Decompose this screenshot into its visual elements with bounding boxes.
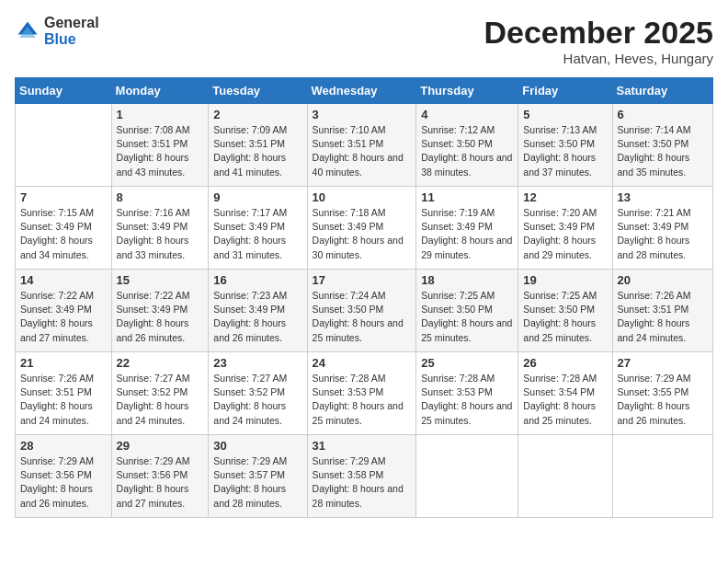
page-header: General Blue December 2025 Hatvan, Heves… [15,15,713,66]
calendar-cell: 4 Sunrise: 7:12 AMSunset: 3:50 PMDayligh… [416,104,518,187]
day-info: Sunrise: 7:27 AMSunset: 3:52 PMDaylight:… [213,373,287,426]
calendar-week-row: 14 Sunrise: 7:22 AMSunset: 3:49 PMDaylig… [16,270,713,352]
day-info: Sunrise: 7:27 AMSunset: 3:52 PMDaylight:… [117,373,190,426]
day-info: Sunrise: 7:29 AMSunset: 3:55 PMDaylight:… [618,373,691,426]
day-info: Sunrise: 7:20 AMSunset: 3:49 PMDaylight:… [523,207,597,260]
calendar-cell: 20 Sunrise: 7:26 AMSunset: 3:51 PMDaylig… [612,270,712,352]
calendar-cell: 7 Sunrise: 7:15 AMSunset: 3:49 PMDayligh… [16,187,112,270]
day-number: 19 [523,273,607,287]
weekday-header: Thursday [416,78,518,104]
calendar-cell: 2 Sunrise: 7:09 AMSunset: 3:51 PMDayligh… [209,104,307,187]
day-number: 29 [117,439,204,453]
day-number: 12 [523,190,607,204]
calendar-cell: 26 Sunrise: 7:28 AMSunset: 3:54 PMDaylig… [518,352,612,435]
title-block: December 2025 Hatvan, Heves, Hungary [483,15,713,66]
weekday-header: Saturday [612,78,712,104]
day-info: Sunrise: 7:14 AMSunset: 3:50 PMDaylight:… [618,124,691,178]
calendar-cell [518,435,612,518]
calendar-cell: 21 Sunrise: 7:26 AMSunset: 3:51 PMDaylig… [16,352,112,435]
calendar-week-row: 1 Sunrise: 7:08 AMSunset: 3:51 PMDayligh… [16,104,713,187]
calendar-week-row: 21 Sunrise: 7:26 AMSunset: 3:51 PMDaylig… [16,352,713,435]
day-number: 13 [618,190,708,204]
day-number: 26 [523,356,607,370]
day-info: Sunrise: 7:26 AMSunset: 3:51 PMDaylight:… [20,373,94,426]
day-number: 6 [618,108,708,121]
day-info: Sunrise: 7:26 AMSunset: 3:51 PMDaylight:… [618,290,691,343]
day-info: Sunrise: 7:28 AMSunset: 3:54 PMDaylight:… [523,373,597,426]
calendar-cell [16,104,112,187]
day-number: 2 [213,108,301,121]
day-number: 9 [213,190,301,204]
calendar-cell: 23 Sunrise: 7:27 AMSunset: 3:52 PMDaylig… [209,352,307,435]
day-info: Sunrise: 7:28 AMSunset: 3:53 PMDaylight:… [421,373,512,426]
calendar-cell: 27 Sunrise: 7:29 AMSunset: 3:55 PMDaylig… [612,352,712,435]
calendar-cell: 14 Sunrise: 7:22 AMSunset: 3:49 PMDaylig… [16,270,112,352]
weekday-header: Sunday [16,78,112,104]
logo-text: General Blue [44,15,99,47]
month-title: December 2025 [483,15,713,51]
calendar-cell [612,435,712,518]
day-number: 10 [313,190,412,204]
day-number: 7 [20,190,107,204]
day-number: 30 [213,439,301,453]
calendar-cell: 9 Sunrise: 7:17 AMSunset: 3:49 PMDayligh… [209,187,307,270]
weekday-header: Friday [518,78,612,104]
logo-icon [15,18,40,44]
day-info: Sunrise: 7:23 AMSunset: 3:49 PMDaylight:… [213,290,287,343]
calendar-week-row: 28 Sunrise: 7:29 AMSunset: 3:56 PMDaylig… [16,435,713,518]
weekday-header-row: SundayMondayTuesdayWednesdayThursdayFrid… [16,78,713,104]
day-info: Sunrise: 7:21 AMSunset: 3:49 PMDaylight:… [618,207,691,260]
day-number: 15 [117,273,204,287]
calendar-cell: 28 Sunrise: 7:29 AMSunset: 3:56 PMDaylig… [16,435,112,518]
calendar-cell: 18 Sunrise: 7:25 AMSunset: 3:50 PMDaylig… [416,270,518,352]
day-info: Sunrise: 7:29 AMSunset: 3:56 PMDaylight:… [20,455,94,509]
calendar-cell: 10 Sunrise: 7:18 AMSunset: 3:49 PMDaylig… [307,187,416,270]
calendar-cell: 5 Sunrise: 7:13 AMSunset: 3:50 PMDayligh… [518,104,612,187]
day-number: 5 [523,108,607,121]
calendar-cell [416,435,518,518]
weekday-header: Wednesday [307,78,416,104]
location: Hatvan, Heves, Hungary [483,51,713,66]
calendar-cell: 22 Sunrise: 7:27 AMSunset: 3:52 PMDaylig… [111,352,209,435]
day-info: Sunrise: 7:16 AMSunset: 3:49 PMDaylight:… [117,207,190,260]
day-number: 11 [421,190,513,204]
calendar-cell: 25 Sunrise: 7:28 AMSunset: 3:53 PMDaylig… [416,352,518,435]
day-info: Sunrise: 7:25 AMSunset: 3:50 PMDaylight:… [421,290,512,343]
logo: General Blue [15,15,99,47]
calendar-cell: 8 Sunrise: 7:16 AMSunset: 3:49 PMDayligh… [111,187,209,270]
day-number: 21 [20,356,107,370]
calendar-cell: 17 Sunrise: 7:24 AMSunset: 3:50 PMDaylig… [307,270,416,352]
day-info: Sunrise: 7:28 AMSunset: 3:53 PMDaylight:… [313,373,404,426]
calendar-cell: 30 Sunrise: 7:29 AMSunset: 3:57 PMDaylig… [209,435,307,518]
calendar-cell: 6 Sunrise: 7:14 AMSunset: 3:50 PMDayligh… [612,104,712,187]
day-info: Sunrise: 7:25 AMSunset: 3:50 PMDaylight:… [523,290,597,343]
calendar-cell: 31 Sunrise: 7:29 AMSunset: 3:58 PMDaylig… [307,435,416,518]
day-number: 17 [313,273,412,287]
day-number: 18 [421,273,513,287]
day-number: 23 [213,356,301,370]
day-info: Sunrise: 7:15 AMSunset: 3:49 PMDaylight:… [20,207,94,260]
day-info: Sunrise: 7:13 AMSunset: 3:50 PMDaylight:… [523,124,597,178]
day-number: 16 [213,273,301,287]
day-info: Sunrise: 7:19 AMSunset: 3:49 PMDaylight:… [421,207,512,260]
logo-blue: Blue [44,31,99,48]
day-info: Sunrise: 7:29 AMSunset: 3:58 PMDaylight:… [313,455,404,509]
calendar-cell: 13 Sunrise: 7:21 AMSunset: 3:49 PMDaylig… [612,187,712,270]
day-info: Sunrise: 7:17 AMSunset: 3:49 PMDaylight:… [213,207,287,260]
calendar-cell: 29 Sunrise: 7:29 AMSunset: 3:56 PMDaylig… [111,435,209,518]
day-info: Sunrise: 7:10 AMSunset: 3:51 PMDaylight:… [313,124,404,178]
calendar-table: SundayMondayTuesdayWednesdayThursdayFrid… [15,77,713,518]
day-number: 31 [313,439,412,453]
day-number: 27 [618,356,708,370]
day-info: Sunrise: 7:09 AMSunset: 3:51 PMDaylight:… [213,124,287,178]
day-number: 4 [421,108,513,121]
day-number: 22 [117,356,204,370]
calendar-cell: 11 Sunrise: 7:19 AMSunset: 3:49 PMDaylig… [416,187,518,270]
day-number: 3 [313,108,412,121]
day-info: Sunrise: 7:22 AMSunset: 3:49 PMDaylight:… [117,290,190,343]
weekday-header: Tuesday [209,78,307,104]
day-info: Sunrise: 7:22 AMSunset: 3:49 PMDaylight:… [20,290,94,343]
day-number: 20 [618,273,708,287]
calendar-cell: 12 Sunrise: 7:20 AMSunset: 3:49 PMDaylig… [518,187,612,270]
day-number: 8 [117,190,204,204]
